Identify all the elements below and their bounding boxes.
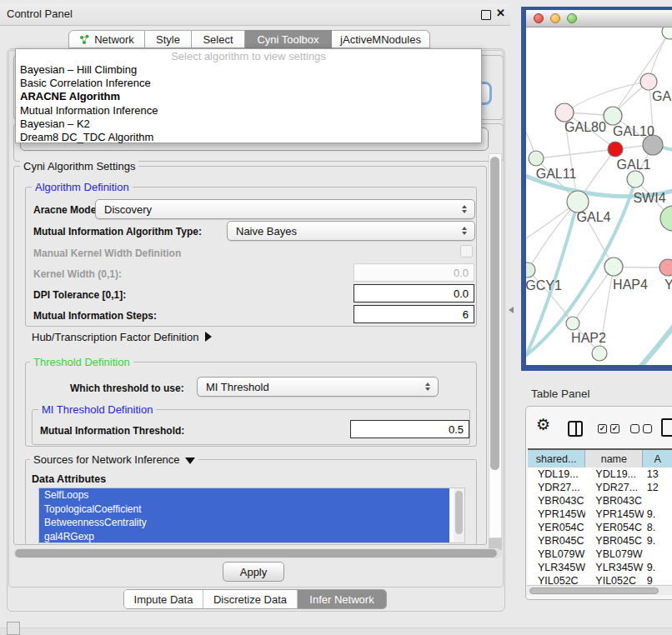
algorithm-option-dream8-dc-tdc-algorithm[interactable]: Dream8 DC_TDC Algorithm <box>16 131 481 144</box>
attribute-item-betweennesscentrality[interactable]: BetweennessCentrality <box>39 516 449 530</box>
close-icon[interactable]: ✕ <box>496 7 505 19</box>
network-window-titlebar[interactable] <box>526 10 672 28</box>
deselect-all-checkbox-icon[interactable] <box>643 424 652 433</box>
mi-algorithm-type-select[interactable]: Naive Bayes <box>227 221 475 241</box>
network-edge[interactable] <box>528 202 578 270</box>
network-node[interactable] <box>592 346 607 361</box>
select-all-checkbox-icon[interactable]: ✓ <box>610 424 619 433</box>
column-header-a[interactable]: A <box>643 450 672 468</box>
network-node-y[interactable] <box>659 259 672 276</box>
attributes-scrollbar-thumb[interactable] <box>455 491 463 534</box>
settings-horizontal-scrollbar-thumb[interactable] <box>15 549 497 558</box>
table-cell: YLR345W <box>528 561 585 574</box>
network-node-hap4[interactable] <box>604 258 623 276</box>
tab-jactivemnodules[interactable]: jActiveMNodules <box>332 30 430 48</box>
combo-arrows-icon <box>462 227 467 235</box>
table-row[interactable]: YIL052CYIL052C9 <box>528 574 672 584</box>
network-edge-thick[interactable] <box>614 321 672 365</box>
column-header-name[interactable]: name <box>585 450 643 468</box>
tab-discretize-data[interactable]: Discretize Data <box>203 590 297 608</box>
apply-button[interactable]: Apply <box>223 562 284 582</box>
network-node-hap2[interactable] <box>566 317 579 330</box>
tab-style[interactable]: Style <box>145 30 192 48</box>
close-traffic-light[interactable] <box>534 13 544 23</box>
table-row[interactable]: YER054CYER054C8. <box>528 521 672 534</box>
sources-expander[interactable]: Sources for Network Inference <box>30 453 198 466</box>
combo-arrows-icon <box>462 205 467 213</box>
mi-algorithm-type-value: Naive Bayes <box>236 225 297 238</box>
manual-kernel-width-checkbox <box>460 245 473 258</box>
network-node-gal11[interactable] <box>529 151 544 166</box>
network-node-swi4[interactable] <box>627 171 644 188</box>
table-row[interactable]: YBR045CYBR045C9. <box>528 534 672 548</box>
table-row[interactable]: YDR27...YDR27...12 <box>528 481 672 494</box>
tab-cyni-toolbox[interactable]: Cyni Toolbox <box>245 30 332 48</box>
table-rows: YDL19...YDL19...13YDR27...YDR27...12YBR0… <box>528 468 672 584</box>
hub-definition-expander[interactable]: Hub/Transcription Factor Definition <box>32 331 212 343</box>
network-edge[interactable] <box>564 82 649 112</box>
document-icon[interactable] <box>661 418 672 437</box>
dpi-tolerance-input[interactable]: 0.0 <box>354 284 474 302</box>
settings-vertical-scrollbar-thumb[interactable] <box>490 157 499 470</box>
network-view-window[interactable]: GALGAL80GAL10GAL1GAL11SWI4GAL4GCY1HAP4YH… <box>521 7 672 371</box>
zoom-traffic-light[interactable] <box>567 13 577 23</box>
table-cell: 9 <box>644 574 672 584</box>
deselect-all-checkbox-icon[interactable] <box>630 424 639 433</box>
network-node-gcy1[interactable] <box>526 262 535 278</box>
tab-network[interactable]: Network <box>68 30 145 48</box>
algorithm-option-aracne-algorithm[interactable]: ARACNE Algorithm <box>16 90 481 103</box>
network-node[interactable] <box>660 206 672 231</box>
sources-title: Sources for Network Inference <box>33 453 180 466</box>
float-window-icon[interactable] <box>481 10 491 20</box>
table-cell: YLR345W <box>585 561 643 574</box>
tab-infer-network[interactable]: Infer Network <box>297 590 386 608</box>
attribute-item-gal4rgexp[interactable]: gal4RGexp <box>39 530 449 544</box>
network-node[interactable] <box>662 28 672 39</box>
aracne-mode-select[interactable]: Discovery <box>95 199 475 219</box>
tab-select[interactable]: Select <box>192 30 245 48</box>
window-grip[interactable] <box>7 622 20 635</box>
table-cell: YIL052C <box>528 574 585 584</box>
table-row[interactable]: YBR043CYBR043C <box>528 494 672 508</box>
algorithm-option-bayesian-k2[interactable]: Bayesian – K2 <box>16 118 481 131</box>
network-canvas[interactable]: GALGAL80GAL10GAL1GAL11SWI4GAL4GCY1HAP4YH… <box>526 28 672 365</box>
splitter-collapse-icon[interactable] <box>509 307 514 313</box>
network-edge[interactable] <box>536 149 615 158</box>
column-header-shared[interactable]: shared... <box>528 450 585 468</box>
table-horizontal-scrollbar-thumb[interactable] <box>529 588 659 594</box>
select-all-checkbox-icon[interactable]: ✓ <box>598 424 607 433</box>
network-icon <box>79 34 90 45</box>
table-row[interactable]: YBL079WYBL079W <box>528 548 672 561</box>
attribute-item-topologicalcoefficient[interactable]: TopologicalCoefficient <box>39 502 449 517</box>
mi-threshold-input[interactable]: 0.5 <box>350 420 469 438</box>
table-row[interactable]: YDL19...YDL19...13 <box>528 468 672 481</box>
algorithm-option-basic-correlation-inference[interactable]: Basic Correlation Inference <box>16 77 481 90</box>
which-threshold-select[interactable]: MI Threshold <box>197 377 439 397</box>
cyni-bottom-tabs: Impute DataDiscretize DataInfer Network <box>123 589 387 609</box>
table-cell: YBR043C <box>585 494 643 508</box>
table-horizontal-scrollbar[interactable] <box>527 585 672 595</box>
algorithm-option-bayesian-hill-climbing[interactable]: Bayesian – Hill Climbing <box>16 63 481 77</box>
network-node-label: GAL11 <box>536 167 577 181</box>
data-attributes-list[interactable]: SelfLoopsTopologicalCoefficientBetweenne… <box>38 488 465 543</box>
table-row[interactable]: YPR145WYPR145W9. <box>528 508 672 521</box>
table-row[interactable]: YLR345WYLR345W9. <box>528 561 672 574</box>
tab-impute-data[interactable]: Impute Data <box>124 590 203 608</box>
network-node-gal[interactable] <box>640 73 657 90</box>
minimize-traffic-light[interactable] <box>550 13 560 23</box>
algorithm-option-mutual-information-inference[interactable]: Mutual Information Inference <box>16 104 481 118</box>
network-node-gal80[interactable] <box>555 103 574 122</box>
aracne-mode-label: Aracne Mode: <box>33 204 99 216</box>
kernel-width-input: 0.0 <box>354 263 474 282</box>
apply-button-label: Apply <box>240 566 268 578</box>
network-node-label: GAL1 <box>617 158 651 172</box>
mi-steps-input[interactable]: 6 <box>354 305 474 323</box>
table-settings-gear-icon[interactable]: ⚙ <box>536 417 550 432</box>
network-node-gal1[interactable] <box>608 142 623 157</box>
table-cell: YPR145W <box>585 508 643 521</box>
split-columns-icon[interactable] <box>568 421 583 437</box>
table-cell: YBL079W <box>528 548 585 561</box>
which-threshold-label: Which threshold to use: <box>70 382 184 394</box>
network-node-gal10[interactable] <box>604 107 622 125</box>
attribute-item-selfloops[interactable]: SelfLoops <box>39 488 449 502</box>
